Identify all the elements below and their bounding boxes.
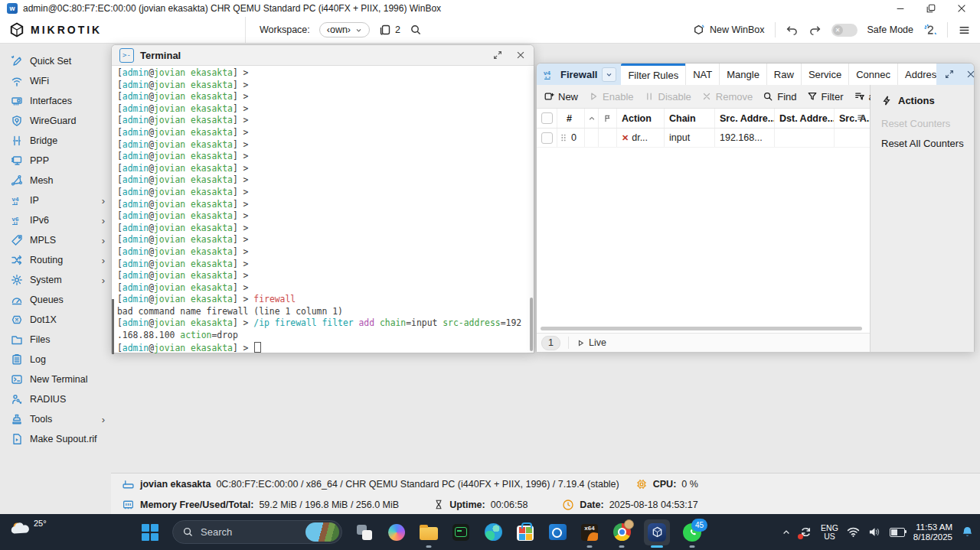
remove-button[interactable]: Remove [701,91,753,103]
taskbar-search[interactable]: Search [172,520,342,544]
whatsapp-button[interactable]: 45 [682,522,702,542]
drag-handle-icon[interactable] [560,133,567,142]
new-winbox-button[interactable]: New WinBox [692,24,765,37]
sidebar-item-interfaces[interactable]: Interfaces [0,91,111,111]
terminal-line: [admin@jovian ekasakta] > [117,174,531,187]
sidebar-item-queues[interactable]: Queues [0,290,111,310]
start-button[interactable] [140,522,160,542]
sidebar-item-mpls[interactable]: MPLS› [0,230,111,250]
sidebar-item-quick-set[interactable]: Quick Set [0,51,111,71]
sidebar-item-radius[interactable]: RADIUS [0,389,111,409]
close-icon[interactable] [965,69,976,80]
sidebar-item-label: Bridge [30,135,57,146]
popout-icon[interactable] [492,50,503,60]
redo-button[interactable] [808,24,822,37]
sidebar-item-mesh[interactable]: Mesh [0,171,111,190]
chrome-button[interactable] [612,522,632,542]
popout-icon[interactable] [944,69,955,80]
workspace-select[interactable]: ‹own› [319,22,370,37]
terminal-output[interactable]: [admin@jovian ekasakta] > [admin@jovian … [112,66,534,354]
reset-all-counters-button[interactable]: Reset All Counters [881,138,974,149]
sidebar-item-label: PPP [30,155,49,166]
row-checkbox[interactable] [541,132,553,144]
undo-button[interactable] [786,24,799,37]
workspace-pages-button[interactable]: 2 [379,24,400,36]
outlook-button[interactable] [547,522,567,542]
terminal-scrollbar[interactable] [530,298,533,351]
table-row[interactable]: 0 ✕ dr... input 192.168... [537,129,870,148]
column-src-address[interactable]: Src. Addre... [714,109,774,128]
sidebar-item-system[interactable]: System› [0,270,111,290]
search-highlight-image[interactable] [305,522,339,542]
enable-button[interactable]: Enable [588,91,633,103]
sidebar-item-wifi[interactable]: WiFi [0,71,111,91]
sidebar-item-ppp[interactable]: PPP [0,151,111,171]
notifications-button[interactable] [961,526,974,539]
sidebar-item-routing[interactable]: Routing› [0,250,111,270]
sidebar-item-wireguard[interactable]: WireGuard [0,111,111,131]
winbox-taskbar-button[interactable] [644,519,670,545]
qemu-x64-button[interactable]: x64 [580,522,599,542]
sidebar-item-dot1x[interactable]: Dot1X [0,310,111,330]
main-menu-button[interactable] [958,24,971,37]
page-number[interactable]: 1 [541,336,560,350]
safe-mode-toggle[interactable]: ✕ [831,24,858,37]
task-view-button[interactable] [354,522,374,542]
language-indicator[interactable]: ENGUS [821,524,838,541]
battery-icon[interactable] [890,528,905,537]
select-all-checkbox[interactable] [541,112,553,124]
live-button[interactable]: Live [577,337,606,348]
tray-clock[interactable]: 11:53 AM 8/18/2025 [913,522,952,542]
firewall-titlebar[interactable]: v4 Firewall Filter RulesNATMangleRawServ… [537,63,974,85]
column-menu-icon[interactable] [856,112,866,122]
horizontal-scrollbar[interactable] [541,327,862,330]
sync-status-button[interactable] [799,526,812,539]
close-icon[interactable] [515,50,526,60]
terminal-titlebar[interactable]: >- Terminal [112,45,534,66]
sidebar-item-log[interactable]: Log [0,350,111,369]
minimize-icon[interactable] [895,3,906,14]
disconnect-button[interactable] [923,23,937,37]
sidebar-item-new-terminal[interactable]: New Terminal [0,369,111,389]
tab-connec[interactable]: Connec [848,63,897,85]
sidebar-item-ipv6[interactable]: v6IPv6› [0,210,111,230]
tab-raw[interactable]: Raw [766,63,801,85]
tab-mangle[interactable]: Mangle [719,63,766,85]
tab-nat[interactable]: NAT [685,63,719,85]
close-icon[interactable] [956,3,967,14]
terminal-left-scrollbar[interactable] [112,299,114,354]
column-number[interactable]: # [557,109,584,128]
maximize-icon[interactable] [926,3,936,14]
ms-store-button[interactable] [515,522,535,542]
sidebar-item-tools[interactable]: Tools› [0,409,111,429]
new-button[interactable]: New [544,91,578,103]
tab-service[interactable]: Service [801,63,848,85]
global-search-button[interactable] [410,24,422,36]
sidebar-item-files[interactable]: Files [0,330,111,350]
wifi-tray-button[interactable] [847,526,860,538]
sidebar-item-bridge[interactable]: Bridge [0,131,111,151]
copilot-button[interactable] [387,522,407,542]
edge-button[interactable] [483,522,503,542]
flag-column-icon[interactable] [598,109,616,128]
column-dst-address[interactable]: Dst. Addre... [774,109,834,128]
tray-expand-button[interactable] [782,528,791,537]
column-chain[interactable]: Chain [664,109,714,128]
reset-counters-button[interactable]: Reset Counters [881,118,974,129]
disable-button[interactable]: Disable [644,91,691,103]
sort-ascending-icon[interactable] [584,109,598,128]
file-explorer-button[interactable] [419,522,439,542]
tab-filter-rules[interactable]: Filter Rules [621,63,685,85]
sidebar-item-make-supout-rif[interactable]: Make Supout.rif [0,429,111,449]
filter-button[interactable]: Filter [807,91,844,103]
weather-widget[interactable]: 25° [9,519,52,537]
volume-tray-button[interactable] [868,526,881,538]
sidebar-item-ip[interactable]: v4IP› [0,190,111,210]
terminal-line: [admin@jovian ekasakta] > [117,80,531,92]
column-action[interactable]: Action [616,109,664,128]
find-button[interactable]: Find [763,91,796,103]
window-titlebar[interactable]: w admin@0C:80:F7:EC:00:00 (jovian ekasak… [0,0,980,17]
tab-addres[interactable]: Addres [897,63,936,85]
window-type-dropdown[interactable] [602,67,616,82]
terminal-app-button[interactable] [451,522,471,542]
